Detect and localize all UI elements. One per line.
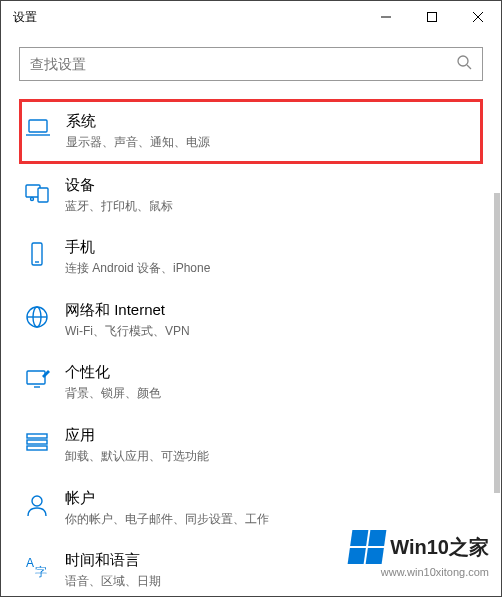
watermark-url: www.win10xitong.com <box>350 566 489 578</box>
category-title: 应用 <box>65 426 477 445</box>
category-desc: 连接 Android 设备、iPhone <box>65 261 477 277</box>
windows-logo-icon <box>348 530 387 564</box>
category-desc: 蓝牙、打印机、鼠标 <box>65 199 477 215</box>
svg-rect-9 <box>38 188 48 202</box>
category-title: 系统 <box>66 112 476 131</box>
svg-point-10 <box>31 197 34 200</box>
svg-text:A: A <box>26 556 34 570</box>
watermark: Win10之家 www.win10xitong.com <box>350 530 489 578</box>
globe-icon <box>23 303 51 331</box>
category-desc: 显示器、声音、通知、电源 <box>66 135 476 151</box>
svg-text:字: 字 <box>35 565 47 579</box>
minimize-button[interactable] <box>363 1 409 33</box>
category-title: 个性化 <box>65 363 477 382</box>
category-devices[interactable]: 设备 蓝牙、打印机、鼠标 <box>19 164 483 227</box>
laptop-icon <box>24 114 52 142</box>
svg-rect-16 <box>27 371 45 384</box>
search-icon <box>456 54 472 74</box>
window-title: 设置 <box>13 9 363 26</box>
category-phone[interactable]: 手机 连接 Android 设备、iPhone <box>19 226 483 289</box>
time-language-icon: A字 <box>23 553 51 581</box>
apps-icon <box>23 428 51 456</box>
category-desc: 卸载、默认应用、可选功能 <box>65 449 477 465</box>
content-area: 系统 显示器、声音、通知、电源 设备 蓝牙、打印机、鼠标 手机 连接 Andro… <box>1 33 501 596</box>
watermark-logo: Win10之家 <box>350 530 489 564</box>
category-desc: 你的帐户、电子邮件、同步设置、工作 <box>65 512 477 528</box>
category-title: 手机 <box>65 238 477 257</box>
category-network[interactable]: 网络和 Internet Wi-Fi、飞行模式、VPN <box>19 289 483 352</box>
titlebar: 设置 <box>1 1 501 33</box>
account-icon <box>23 491 51 519</box>
search-input[interactable] <box>30 56 456 72</box>
svg-rect-6 <box>29 120 47 132</box>
phone-icon <box>23 240 51 268</box>
category-apps[interactable]: 应用 卸载、默认应用、可选功能 <box>19 414 483 477</box>
svg-rect-20 <box>27 446 47 450</box>
scrollbar[interactable] <box>494 193 500 493</box>
maximize-button[interactable] <box>409 1 455 33</box>
svg-point-4 <box>458 56 468 66</box>
svg-rect-1 <box>428 13 437 22</box>
category-desc: Wi-Fi、飞行模式、VPN <box>65 324 477 340</box>
devices-icon <box>23 178 51 206</box>
svg-rect-18 <box>27 434 47 438</box>
svg-rect-19 <box>27 440 47 444</box>
close-button[interactable] <box>455 1 501 33</box>
category-title: 设备 <box>65 176 477 195</box>
category-system[interactable]: 系统 显示器、声音、通知、电源 <box>19 99 483 164</box>
search-box[interactable] <box>19 47 483 81</box>
category-personalization[interactable]: 个性化 背景、锁屏、颜色 <box>19 351 483 414</box>
watermark-brand-prefix: Win10 <box>390 536 449 558</box>
category-desc: 背景、锁屏、颜色 <box>65 386 477 402</box>
category-title: 网络和 Internet <box>65 301 477 320</box>
watermark-brand-suffix: 之家 <box>449 536 489 558</box>
personalize-icon <box>23 365 51 393</box>
category-title: 帐户 <box>65 489 477 508</box>
svg-line-5 <box>467 65 471 69</box>
svg-point-21 <box>32 496 42 506</box>
category-list: 系统 显示器、声音、通知、电源 设备 蓝牙、打印机、鼠标 手机 连接 Andro… <box>19 99 483 597</box>
window-controls <box>363 1 501 33</box>
